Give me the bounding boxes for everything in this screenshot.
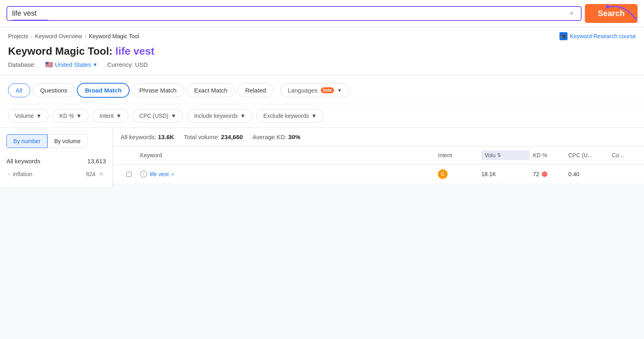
search-button[interactable]: Search [585,4,638,23]
intent-chevron: ▼ [116,113,122,119]
breadcrumb-kw-overview[interactable]: Keyword Overview [35,33,82,39]
breadcrumb-sep2: › [85,33,87,39]
include-keywords-label: Include keywords [194,113,237,119]
row-kd-value: 72 [533,171,539,177]
sidebar-item-label: inflation [13,171,83,177]
results-summary: All keywords: 13.6K Total volume: 234,66… [113,128,644,146]
country-dropdown-icon: ▼ [93,62,97,68]
kd-chevron: ▼ [76,113,82,119]
exclude-keywords-filter[interactable]: Exclude keywords ▼ [256,109,324,123]
tab-exact-match[interactable]: Exact Match [187,83,235,97]
include-keywords-filter[interactable]: Include keywords ▼ [187,109,252,123]
page-title: Keyword Magic Tool: life vest [8,45,636,58]
breadcrumb-projects[interactable]: Projects [8,33,29,39]
row-keyword-text[interactable]: life vest [150,171,169,177]
table-header: Keyword Intent Volu ⇅ KD % CPC (U... Co.… [113,146,644,164]
avg-kd-value: 30% [288,134,300,140]
search-input-wrapper: × [6,6,582,21]
tab-related[interactable]: Related [237,83,274,97]
by-number-btn[interactable]: By number [6,134,47,148]
page-title-static: Keyword Magic Tool: [8,45,113,57]
all-kw-summary: All keywords: 13.6K [121,134,174,140]
all-kw-value: 13.6K [158,134,174,140]
kw-research-icon: 🎓 [559,32,568,40]
flag-icon: 🇺🇸 [45,61,53,68]
total-volume-summary: Total volume: 234,660 [184,134,243,140]
database-row: Database: 🇺🇸 United States ▼ Currency: U… [8,61,636,68]
intent-filter[interactable]: Intent ▼ [93,109,128,123]
breadcrumb-sep1: › [31,33,33,39]
header-kd: KD % [533,152,565,158]
tab-questions[interactable]: Questions [33,83,75,97]
kw-research-course-link[interactable]: 🎓 Keyword Research course [559,32,636,40]
cpc-chevron: ▼ [171,113,176,119]
filter-tabs: All Questions Broad Match Phrase Match E… [0,75,644,104]
kd-filter[interactable]: KD % ▼ [53,109,89,123]
keywords-table: Keyword Intent Volu ⇅ KD % CPC (U... Co.… [113,146,644,184]
kd-label: KD % [60,113,74,119]
avg-kd-summary: Average KD: 30% [252,134,300,140]
breadcrumb: Projects › Keyword Overview › Keyword Ma… [0,27,644,42]
sidebar-all-keywords: All keywords 13,613 [0,154,112,168]
header-volume[interactable]: Volu ⇅ [481,150,530,160]
sidebar-all-kw-count: 13,613 [87,158,106,164]
languages-label: Languages [288,87,318,94]
eye-icon: 👁 [99,171,104,177]
country-name: United States [55,61,91,68]
row-cpc: 0.40 [568,171,609,177]
secondary-filters: Volume ▼ KD % ▼ Intent ▼ CPC (USD) ▼ Inc… [0,104,644,128]
row-intent-cell: C [438,169,478,179]
intent-label: Intent [99,113,114,119]
header-cpc: CPC (U... [568,152,609,158]
tab-broad-match[interactable]: Broad Match [77,83,129,97]
right-content: All keywords: 13.6K Total volume: 234,66… [113,128,644,187]
page-title-keyword: life vest [116,45,155,57]
row-checkbox-cell[interactable] [121,172,137,177]
row-checkbox[interactable] [126,172,132,177]
cpc-filter[interactable]: CPC (USD) ▼ [132,109,183,123]
tab-all[interactable]: All [8,83,30,97]
languages-chevron: ▼ [337,88,342,93]
search-underline [12,20,48,21]
main-content: By number By volume All keywords 13,613 … [0,128,644,187]
avg-kd-label: Average KD: [252,134,287,140]
tab-languages[interactable]: Languages beta ▼ [280,83,350,97]
kd-indicator [542,171,547,177]
sidebar-item-count: 824 [86,171,95,177]
row-kd: 72 [533,171,565,177]
total-volume-label: Total volume: [184,134,219,140]
sidebar-all-kw-label: All keywords [6,158,40,164]
total-volume-value: 234,660 [221,134,243,140]
add-keyword-icon[interactable]: + [140,171,147,178]
sort-icon: ⇅ [497,152,501,158]
all-kw-label: All keywords: [121,134,156,140]
search-input[interactable] [12,9,567,18]
header-intent: Intent [438,152,478,158]
volume-filter[interactable]: Volume ▼ [8,109,49,123]
search-bar: × Search [0,0,644,27]
volume-col-label: Volu [485,152,495,158]
volume-label: Volume [15,113,34,119]
header-extra: Co... [612,152,636,158]
cpc-label: CPC (USD) [139,113,168,119]
page-header: Keyword Magic Tool: life vest Database: … [0,42,644,75]
exclude-keywords-label: Exclude keywords [263,113,309,119]
exclude-keywords-chevron: ▼ [311,113,317,119]
left-sidebar: By number By volume All keywords 13,613 … [0,128,113,187]
breadcrumb-current: Keyword Magic Tool [89,33,139,39]
view-toggle: By number By volume [6,134,106,148]
include-keywords-chevron: ▼ [240,113,246,119]
sidebar-item-inflation[interactable]: › inflation 824 👁 [0,168,112,181]
row-volume: 18.1K [481,171,530,177]
header-keyword: Keyword [140,152,435,158]
tab-phrase-match[interactable]: Phrase Match [132,83,184,97]
row-keyword-cell: + life vest » [140,171,435,178]
table-row: + life vest » C 18.1K 72 0.40 [113,164,644,184]
clear-button[interactable]: × [567,9,576,18]
kw-research-course-label: Keyword Research course [570,33,636,39]
intent-badge: C [438,169,448,179]
currency-label: Currency: USD [107,61,148,68]
database-value[interactable]: 🇺🇸 United States ▼ [45,61,97,68]
database-label: Database: [8,61,35,68]
by-volume-btn[interactable]: By volume [47,134,87,148]
